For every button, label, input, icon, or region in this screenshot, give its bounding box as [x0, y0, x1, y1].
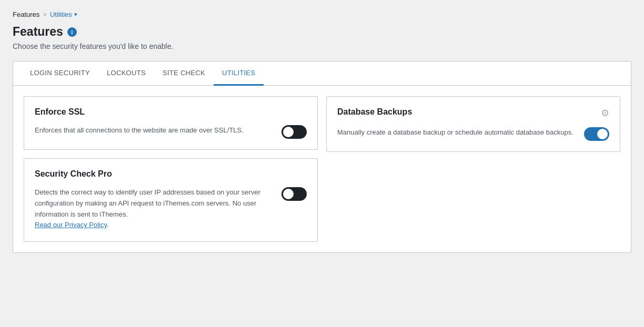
security-check-pro-body: Detects the correct way to identify user…	[35, 187, 307, 231]
enforce-ssl-card: Enforce SSL Enforces that all connection…	[24, 96, 318, 150]
tab-site-check[interactable]: SITE CHECK	[154, 62, 214, 86]
security-check-pro-toggle-wrap	[281, 187, 307, 201]
security-check-pro-description: Detects the correct way to identify user…	[35, 187, 273, 231]
info-icon[interactable]: i	[67, 27, 77, 37]
privacy-policy-link[interactable]: Read our Privacy Policy	[35, 221, 107, 229]
breadcrumb-current[interactable]: Utilities ▾	[50, 11, 77, 18]
page-title: Features i	[13, 25, 631, 39]
main-card: LOGIN SECURITY LOCKOUTS SITE CHECK UTILI…	[13, 61, 631, 253]
breadcrumb-parent[interactable]: Features	[13, 11, 39, 18]
security-check-pro-toggle[interactable]	[281, 187, 307, 201]
enforce-ssl-description: Enforces that all connections to the web…	[35, 125, 273, 136]
gear-icon[interactable]: ⚙	[601, 107, 609, 119]
enforce-ssl-toggle-wrap	[281, 125, 307, 139]
security-check-pro-header: Security Check Pro	[35, 169, 307, 179]
left-column: Enforce SSL Enforces that all connection…	[24, 96, 318, 242]
database-backups-toggle-wrap	[584, 127, 609, 141]
security-check-pro-slider	[281, 187, 307, 201]
database-backups-title: Database Backups	[337, 107, 412, 117]
database-backups-description: Manually create a database backup or sch…	[337, 127, 576, 138]
enforce-ssl-body: Enforces that all connections to the web…	[35, 125, 307, 139]
database-backups-body: Manually create a database backup or sch…	[337, 127, 609, 141]
database-backups-card: Database Backups ⚙ Manually create a dat…	[326, 96, 620, 152]
breadcrumb-separator: >	[43, 11, 47, 18]
enforce-ssl-toggle[interactable]	[281, 125, 307, 139]
database-backups-slider	[584, 127, 609, 141]
enforce-ssl-title: Enforce SSL	[35, 107, 85, 117]
tabs-bar: LOGIN SECURITY LOCKOUTS SITE CHECK UTILI…	[13, 62, 631, 86]
database-backups-toggle[interactable]	[584, 127, 609, 141]
security-check-pro-title: Security Check Pro	[35, 169, 112, 179]
tab-lockouts[interactable]: LOCKOUTS	[98, 62, 154, 86]
database-backups-header: Database Backups ⚙	[337, 107, 609, 119]
enforce-ssl-slider	[281, 125, 307, 139]
tab-utilities[interactable]: UTILITIES	[214, 62, 264, 86]
right-column: Database Backups ⚙ Manually create a dat…	[326, 96, 620, 242]
breadcrumb: Features > Utilities ▾	[13, 11, 631, 18]
chevron-down-icon: ▾	[74, 11, 77, 18]
security-check-pro-card: Security Check Pro Detects the correct w…	[24, 158, 318, 242]
tab-login-security[interactable]: LOGIN SECURITY	[22, 62, 98, 86]
enforce-ssl-header: Enforce SSL	[35, 107, 307, 117]
content-area: Enforce SSL Enforces that all connection…	[13, 86, 631, 252]
page-subtitle: Choose the security features you'd like …	[13, 42, 631, 50]
